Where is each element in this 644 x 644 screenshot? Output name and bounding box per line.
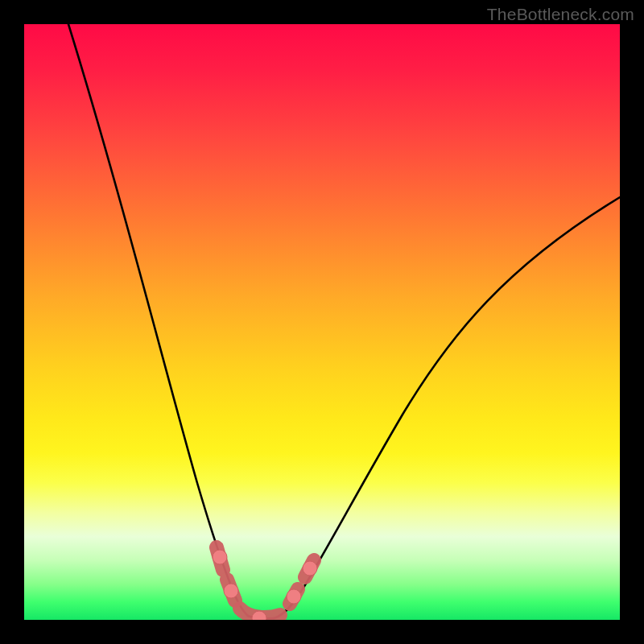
- curve-right-branch: [274, 197, 620, 618]
- svg-point-4: [303, 561, 317, 576]
- curve-left-branch: [68, 24, 248, 616]
- svg-point-0: [213, 550, 227, 564]
- chart-frame: TheBottleneck.com: [0, 0, 644, 644]
- svg-point-1: [224, 584, 238, 598]
- bottleneck-curve: [24, 24, 620, 620]
- svg-point-3: [287, 589, 301, 604]
- watermark-text: TheBottleneck.com: [487, 5, 634, 24]
- plot-area: [24, 24, 620, 620]
